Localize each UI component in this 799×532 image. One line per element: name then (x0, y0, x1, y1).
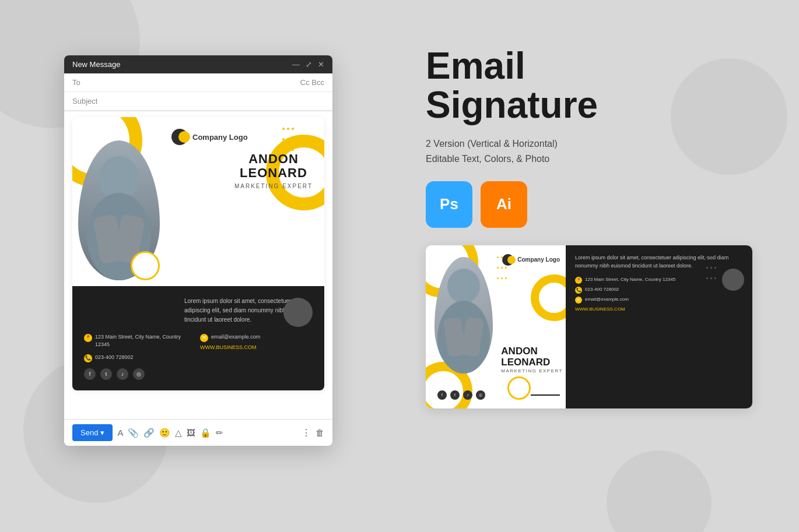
right-section: Email Signature 2 Version (Vertical & Ho… (426, 47, 752, 408)
delete-icon[interactable]: 🗑 (316, 428, 324, 438)
phone-icon: 📞 (84, 354, 92, 362)
h-dots-right (705, 251, 717, 283)
pen-icon[interactable]: ✏ (216, 428, 223, 438)
company-logo-text: Company Logo (192, 133, 248, 142)
h-contact-email: ✉ email@example.com (575, 297, 743, 304)
subtitle: 2 Version (Vertical & Horizontal) Editab… (426, 136, 752, 166)
window-title: New Message (72, 60, 120, 69)
h-arc-right (531, 274, 566, 321)
h-contact-phone: 📞 023-400 728002 (575, 287, 743, 294)
subject-field-row[interactable]: Subject (64, 92, 332, 111)
h-email-icon: ✉ (575, 297, 582, 304)
sig-h-left-section: Company Logo ANDON LEONARD MARKETING EXP… (426, 245, 566, 408)
person-name: ANDON LEONARD (234, 152, 313, 180)
h-circle-accent (507, 376, 531, 400)
h-company-logo-text: Company Logo (517, 256, 560, 263)
tiktok-icon[interactable]: ♪ (117, 368, 128, 380)
social-icons-row: f t ♪ ◎ (84, 368, 313, 380)
email-toolbar: Send ▾ A 📎 🔗 🙂 △ 🖼 🔒 ✏ ⋮ 🗑 (64, 419, 332, 446)
h-logo-icon (502, 254, 514, 266)
address-text: 123 Main Street, City Name, Country 1234… (95, 333, 197, 348)
more-options-icon[interactable]: ⋮ (302, 427, 311, 438)
close-icon[interactable]: ✕ (318, 60, 324, 69)
email-text: email@example.com (211, 333, 260, 341)
send-dropdown-arrow[interactable]: ▾ (100, 428, 104, 437)
photoshop-badge: Ps (426, 181, 472, 228)
h-social-icons: f t ♪ ◎ (437, 390, 485, 400)
svg-point-5 (437, 301, 490, 374)
h-person-photo (434, 257, 493, 374)
h-gray-circle (722, 269, 744, 291)
logo-circle-yellow (178, 131, 190, 143)
h-website-link: WWW.BUSINESS.COM (575, 306, 743, 312)
h-contacts: 📍 123 Main Street, City Name, Country 12… (575, 277, 743, 312)
image-icon[interactable]: 🖼 (187, 428, 195, 438)
contact-email: ✉ email@example.com (200, 333, 313, 342)
svg-point-4 (447, 269, 480, 304)
twitter-icon[interactable]: t (100, 368, 112, 380)
link-icon[interactable]: 🔗 (143, 428, 155, 438)
draw-icon[interactable]: △ (175, 428, 182, 438)
window-titlebar: New Message — ⤢ ✕ (64, 55, 332, 73)
person-info-block: ANDON LEONARD MARKETING EXPERT (234, 152, 313, 189)
email-icon: ✉ (200, 334, 208, 342)
h-company-logo: Company Logo (502, 254, 560, 266)
bg-decoration-4 (607, 450, 712, 532)
circle-accent (131, 251, 160, 280)
h-person-info: ANDON LEONARD MARKETING EXPERT (501, 346, 563, 373)
gray-circle-decoration (283, 298, 313, 327)
contact-address: 📍 123 Main Street, City Name, Country 12… (84, 333, 197, 350)
format-text-icon[interactable]: A (117, 428, 123, 438)
sig-top-section: Company Logo ANDON LEONA (72, 117, 324, 286)
h-tiktok-icon[interactable]: ♪ (463, 390, 472, 400)
h-social-line (531, 394, 560, 396)
instagram-icon[interactable]: ◎ (133, 368, 145, 380)
facebook-icon[interactable]: f (84, 368, 96, 380)
phone-text: 023-400 728002 (95, 354, 134, 361)
attach-icon[interactable]: 📎 (128, 428, 139, 438)
to-label: To (72, 78, 104, 87)
signature-card-vertical: Company Logo ANDON LEONA (72, 117, 324, 390)
location-icon: 📍 (84, 334, 92, 342)
h-email-text: email@example.com (585, 297, 629, 302)
main-title: Email Signature (426, 47, 752, 125)
h-lorem-text: Lorem ipsum dolor sit amet, consectetuer… (575, 253, 743, 270)
lock-icon[interactable]: 🔒 (200, 428, 211, 438)
cc-bcc-label: Cc Bcc (300, 78, 324, 87)
minimize-icon[interactable]: — (292, 60, 300, 69)
email-header: To Cc Bcc Subject (64, 73, 332, 111)
h-person-title: MARKETING EXPERT (501, 368, 563, 374)
send-button[interactable]: Send ▾ (72, 424, 113, 441)
h-location-icon: 📍 (575, 277, 582, 284)
logo-icon (171, 129, 188, 145)
contact-phone: 📞 023-400 728002 (84, 354, 197, 362)
h-facebook-icon[interactable]: f (437, 390, 447, 400)
h-phone-icon: 📞 (575, 287, 582, 294)
emoji-icon[interactable]: 🙂 (159, 428, 170, 438)
h-logo-yellow (507, 256, 516, 264)
sig-bottom-section: Lorem ipsum dolor sit amet, consectetuer… (72, 286, 324, 390)
to-field-row[interactable]: To Cc Bcc (64, 73, 332, 92)
maximize-icon[interactable]: ⤢ (306, 60, 312, 69)
contact-grid: 📍 123 Main Street, City Name, Country 12… (84, 333, 313, 362)
h-instagram-icon[interactable]: ◎ (476, 390, 485, 400)
h-phone-text: 023-400 728002 (585, 287, 619, 292)
person-title: MARKETING EXPERT (234, 183, 313, 189)
window-controls: — ⤢ ✕ (292, 60, 324, 69)
illustrator-badge: Ai (481, 181, 527, 228)
signature-card-horizontal: Company Logo ANDON LEONARD MARKETING EXP… (426, 245, 752, 408)
h-contact-address: 📍 123 Main Street, City Name, Country 12… (575, 277, 743, 284)
app-badges: Ps Ai (426, 181, 752, 228)
website-link: WWW.BUSINESS.COM (200, 344, 313, 350)
h-person-name: ANDON LEONARD (501, 346, 563, 368)
h-twitter-icon[interactable]: t (450, 390, 460, 400)
subject-label: Subject (72, 97, 104, 105)
company-logo-block: Company Logo (171, 129, 313, 145)
sig-h-right-section: Lorem ipsum dolor sit amet, consectetuer… (566, 245, 752, 408)
h-address-text: 123 Main Street, City Name, Country 1234… (585, 277, 675, 282)
email-compose-window: New Message — ⤢ ✕ To Cc Bcc Subject (64, 55, 332, 446)
